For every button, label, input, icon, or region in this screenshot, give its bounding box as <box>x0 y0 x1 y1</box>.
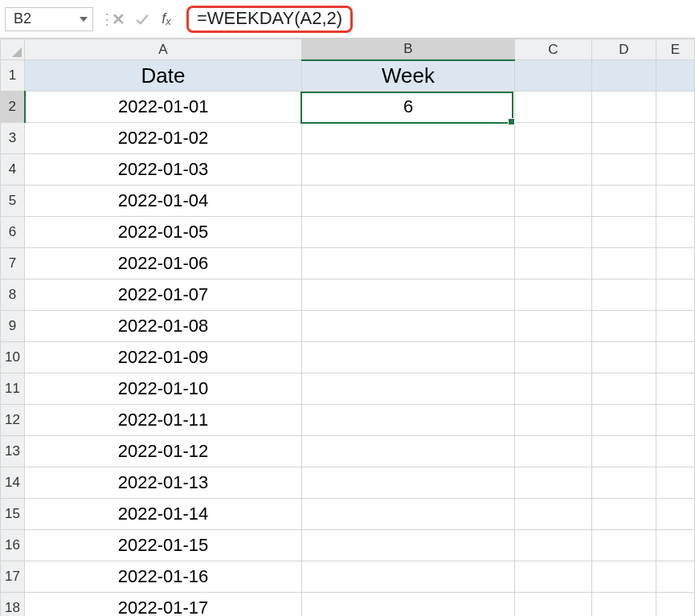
cell-B18[interactable] <box>302 593 515 617</box>
cell-D17[interactable] <box>592 561 656 593</box>
cell-C18[interactable] <box>515 593 592 617</box>
cell-A18[interactable]: 2022-01-17 <box>25 593 302 617</box>
cell-D10[interactable] <box>592 342 656 373</box>
column-header-D[interactable]: D <box>592 39 656 60</box>
cell-A14[interactable]: 2022-01-13 <box>25 467 302 499</box>
cell-A9[interactable]: 2022-01-08 <box>25 311 302 342</box>
worksheet-grid[interactable]: ABCDE 1DateWeek22022-01-01632022-01-0242… <box>0 39 695 616</box>
cell-D3[interactable] <box>592 123 656 154</box>
cell-B17[interactable] <box>302 561 515 593</box>
cell-D9[interactable] <box>592 311 656 342</box>
cell-E10[interactable] <box>656 342 695 373</box>
row-header-15[interactable]: 15 <box>1 499 25 530</box>
row-header-6[interactable]: 6 <box>1 217 25 248</box>
cell-E11[interactable] <box>656 373 695 405</box>
cell-B8[interactable] <box>302 279 515 311</box>
row-header-13[interactable]: 13 <box>1 436 25 467</box>
cell-A6[interactable]: 2022-01-05 <box>25 217 302 248</box>
cell-A5[interactable]: 2022-01-04 <box>25 186 302 217</box>
cell-A10[interactable]: 2022-01-09 <box>25 342 302 373</box>
cell-E14[interactable] <box>656 467 695 499</box>
cell-E8[interactable] <box>656 279 695 311</box>
cell-C15[interactable] <box>515 499 592 530</box>
cell-C7[interactable] <box>515 248 592 279</box>
cell-E1[interactable] <box>656 60 695 92</box>
cell-A16[interactable]: 2022-01-15 <box>25 530 302 561</box>
cell-D8[interactable] <box>592 279 656 311</box>
cell-C17[interactable] <box>515 561 592 593</box>
row-header-12[interactable]: 12 <box>1 405 25 436</box>
cell-B14[interactable] <box>302 467 515 499</box>
row-header-4[interactable]: 4 <box>1 154 25 186</box>
row-header-17[interactable]: 17 <box>1 561 25 593</box>
cell-C5[interactable] <box>515 186 592 217</box>
cell-B13[interactable] <box>302 436 515 467</box>
cell-C14[interactable] <box>515 467 592 499</box>
row-header-1[interactable]: 1 <box>1 60 25 92</box>
cell-A12[interactable]: 2022-01-11 <box>25 405 302 436</box>
cell-B6[interactable] <box>302 217 515 248</box>
row-header-16[interactable]: 16 <box>1 530 25 561</box>
cell-A15[interactable]: 2022-01-14 <box>25 499 302 530</box>
cell-E17[interactable] <box>656 561 695 593</box>
cell-D12[interactable] <box>592 405 656 436</box>
enter-icon[interactable] <box>130 7 154 31</box>
cell-C10[interactable] <box>515 342 592 373</box>
select-all-corner[interactable] <box>1 39 25 60</box>
cell-D13[interactable] <box>592 436 656 467</box>
cell-A8[interactable]: 2022-01-07 <box>25 279 302 311</box>
cell-A3[interactable]: 2022-01-02 <box>25 123 302 154</box>
row-header-11[interactable]: 11 <box>1 373 25 405</box>
cell-E6[interactable] <box>656 217 695 248</box>
cell-E2[interactable] <box>656 92 695 123</box>
cell-B11[interactable] <box>302 373 515 405</box>
cell-B2[interactable]: 6 <box>302 92 515 123</box>
cancel-icon[interactable]: ✕ <box>106 7 130 31</box>
cell-C12[interactable] <box>515 405 592 436</box>
row-header-14[interactable]: 14 <box>1 467 25 499</box>
cell-B3[interactable] <box>302 123 515 154</box>
row-header-10[interactable]: 10 <box>1 342 25 373</box>
cell-E12[interactable] <box>656 405 695 436</box>
cell-D5[interactable] <box>592 186 656 217</box>
cell-D1[interactable] <box>592 60 656 92</box>
cell-E13[interactable] <box>656 436 695 467</box>
cell-D2[interactable] <box>592 92 656 123</box>
cell-C3[interactable] <box>515 123 592 154</box>
row-header-18[interactable]: 18 <box>1 593 25 617</box>
cell-E9[interactable] <box>656 311 695 342</box>
cell-C4[interactable] <box>515 154 592 186</box>
column-header-E[interactable]: E <box>656 39 695 60</box>
cell-E3[interactable] <box>656 123 695 154</box>
cell-C9[interactable] <box>515 311 592 342</box>
cell-C13[interactable] <box>515 436 592 467</box>
row-header-9[interactable]: 9 <box>1 311 25 342</box>
cell-A11[interactable]: 2022-01-10 <box>25 373 302 405</box>
cell-E15[interactable] <box>656 499 695 530</box>
cell-D4[interactable] <box>592 154 656 186</box>
cell-D6[interactable] <box>592 217 656 248</box>
cell-E5[interactable] <box>656 186 695 217</box>
column-header-B[interactable]: B <box>302 39 515 60</box>
row-header-2[interactable]: 2 <box>1 92 25 123</box>
cell-B15[interactable] <box>302 499 515 530</box>
row-header-8[interactable]: 8 <box>1 279 25 311</box>
cell-B4[interactable] <box>302 154 515 186</box>
cell-D16[interactable] <box>592 530 656 561</box>
cell-C16[interactable] <box>515 530 592 561</box>
cell-A7[interactable]: 2022-01-06 <box>25 248 302 279</box>
cell-D14[interactable] <box>592 467 656 499</box>
row-header-5[interactable]: 5 <box>1 186 25 217</box>
column-header-C[interactable]: C <box>515 39 592 60</box>
cell-E18[interactable] <box>656 593 695 617</box>
fx-icon[interactable]: fx <box>154 7 178 31</box>
cell-A2[interactable]: 2022-01-01 <box>25 92 302 123</box>
cell-D11[interactable] <box>592 373 656 405</box>
cell-B9[interactable] <box>302 311 515 342</box>
cell-A4[interactable]: 2022-01-03 <box>25 154 302 186</box>
cell-B5[interactable] <box>302 186 515 217</box>
cell-D15[interactable] <box>592 499 656 530</box>
cell-B7[interactable] <box>302 248 515 279</box>
cell-E7[interactable] <box>656 248 695 279</box>
cell-B10[interactable] <box>302 342 515 373</box>
